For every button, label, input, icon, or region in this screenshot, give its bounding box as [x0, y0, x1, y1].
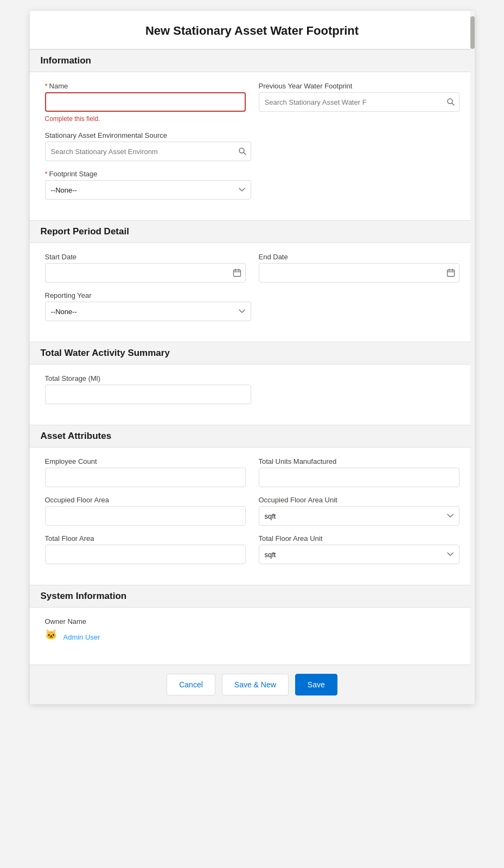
section-water-activity-header: Total Water Activity Summary [30, 342, 475, 365]
section-asset-attributes-header: Asset Attributes [30, 425, 475, 448]
cancel-button[interactable]: Cancel [167, 674, 215, 695]
occupied-floor-area-unit-label: Occupied Floor Area Unit [259, 496, 460, 504]
total-units-label: Total Units Manufactured [259, 457, 460, 465]
svg-point-2 [239, 148, 244, 153]
group-name: *Name Complete this field. [45, 82, 246, 123]
total-floor-area-unit-label: Total Floor Area Unit [259, 534, 460, 542]
start-date-wrap [45, 263, 246, 283]
row-reporting-year: Reporting Year --None-- [45, 291, 460, 321]
end-date-wrap [259, 263, 460, 283]
occupied-floor-area-input[interactable] [45, 506, 246, 526]
svg-line-1 [452, 104, 454, 106]
owner-row: 🐱 Admin User [45, 630, 460, 644]
footprint-stage-select[interactable]: --None-- [45, 180, 251, 200]
group-reporting-year: Reporting Year --None-- [45, 291, 251, 321]
env-source-search-wrap [45, 142, 251, 161]
prev-year-label: Previous Year Water Footprint [259, 82, 460, 90]
end-date-label: End Date [259, 253, 460, 261]
group-prev-year: Previous Year Water Footprint [259, 82, 460, 123]
section-information-body: *Name Complete this field. Previous Year… [30, 72, 475, 220]
row-dates: Start Date End Date [45, 253, 460, 283]
modal-container: New Stationary Asset Water Footprint Inf… [30, 11, 475, 704]
name-required-star: * [45, 82, 48, 90]
reporting-year-label: Reporting Year [45, 291, 251, 299]
scrollbar-track[interactable] [470, 11, 475, 704]
total-storage-label: Total Storage (Ml) [45, 374, 251, 382]
group-employee-count: Employee Count [45, 457, 246, 487]
save-new-button[interactable]: Save & New [222, 674, 289, 695]
row-employee-units: Employee Count Total Units Manufactured [45, 457, 460, 487]
employee-count-input[interactable] [45, 468, 246, 487]
section-information-header: Information [30, 49, 475, 72]
total-floor-area-unit-select[interactable]: sqft sqm [259, 545, 460, 564]
occupied-floor-area-label: Occupied Floor Area [45, 496, 246, 504]
total-floor-area-label: Total Floor Area [45, 534, 246, 542]
section-report-period-body: Start Date End Date [30, 243, 475, 342]
group-occupied-floor-area-unit: Occupied Floor Area Unit sqft sqm [259, 496, 460, 526]
end-date-calendar-icon[interactable] [446, 269, 455, 277]
owner-name-value[interactable]: Admin User [63, 633, 100, 641]
owner-name-label: Owner Name [45, 617, 460, 626]
name-label: *Name [45, 82, 246, 90]
start-date-input[interactable] [45, 263, 246, 283]
group-total-floor-area: Total Floor Area [45, 534, 246, 564]
reporting-year-select[interactable]: --None-- [45, 302, 251, 321]
prev-year-search-wrap [259, 92, 460, 112]
section-water-activity-body: Total Storage (Ml) [30, 365, 475, 425]
env-source-search-icon[interactable] [238, 147, 247, 156]
save-button[interactable]: Save [295, 674, 337, 695]
prev-year-search-input[interactable] [259, 92, 460, 112]
owner-avatar-icon: 🐱 [45, 630, 59, 644]
start-date-calendar-icon[interactable] [233, 269, 241, 277]
row-name-prevyear: *Name Complete this field. Previous Year… [45, 82, 460, 123]
group-env-source: Stationary Asset Environmental Source [45, 131, 251, 161]
footer-bar: Cancel Save & New Save [30, 665, 475, 704]
modal-title: New Stationary Asset Water Footprint [30, 11, 475, 49]
section-system-info-body: Owner Name 🐱 Admin User [30, 608, 475, 665]
svg-line-3 [244, 153, 246, 155]
total-units-input[interactable] [259, 468, 460, 487]
svg-point-0 [448, 99, 452, 104]
section-system-info-header: System Information [30, 585, 475, 608]
prev-year-search-icon[interactable] [446, 98, 455, 106]
row-occupied-floor: Occupied Floor Area Occupied Floor Area … [45, 496, 460, 526]
row-env-source: Stationary Asset Environmental Source [45, 131, 460, 161]
scrollbar-thumb[interactable] [470, 16, 475, 49]
row-footprint-stage: *Footprint Stage --None-- [45, 170, 460, 200]
section-report-period-header: Report Period Detail [30, 220, 475, 243]
name-error-text: Complete this field. [45, 115, 246, 123]
group-total-floor-area-unit: Total Floor Area Unit sqft sqm [259, 534, 460, 564]
start-date-label: Start Date [45, 253, 246, 261]
end-date-input[interactable] [259, 263, 460, 283]
group-owner-name: Owner Name 🐱 Admin User [45, 617, 460, 644]
env-source-search-input[interactable] [45, 142, 251, 161]
group-end-date: End Date [259, 253, 460, 283]
env-source-label: Stationary Asset Environmental Source [45, 131, 251, 139]
row-total-floor: Total Floor Area Total Floor Area Unit s… [45, 534, 460, 564]
occupied-floor-area-unit-select[interactable]: sqft sqm [259, 506, 460, 526]
row-owner: Owner Name 🐱 Admin User [45, 617, 460, 644]
name-input[interactable] [45, 92, 246, 112]
group-start-date: Start Date [45, 253, 246, 283]
svg-rect-4 [233, 270, 240, 277]
section-asset-attributes-body: Employee Count Total Units Manufactured … [30, 448, 475, 585]
footprint-stage-required-star: * [45, 170, 48, 178]
employee-count-label: Employee Count [45, 457, 246, 465]
total-storage-input[interactable] [45, 385, 251, 404]
footprint-stage-label: *Footprint Stage [45, 170, 251, 178]
group-footprint-stage: *Footprint Stage --None-- [45, 170, 251, 200]
row-total-storage: Total Storage (Ml) [45, 374, 460, 404]
total-floor-area-input[interactable] [45, 545, 246, 564]
svg-rect-8 [447, 270, 454, 277]
group-total-units: Total Units Manufactured [259, 457, 460, 487]
group-total-storage: Total Storage (Ml) [45, 374, 251, 404]
group-occupied-floor-area: Occupied Floor Area [45, 496, 246, 526]
